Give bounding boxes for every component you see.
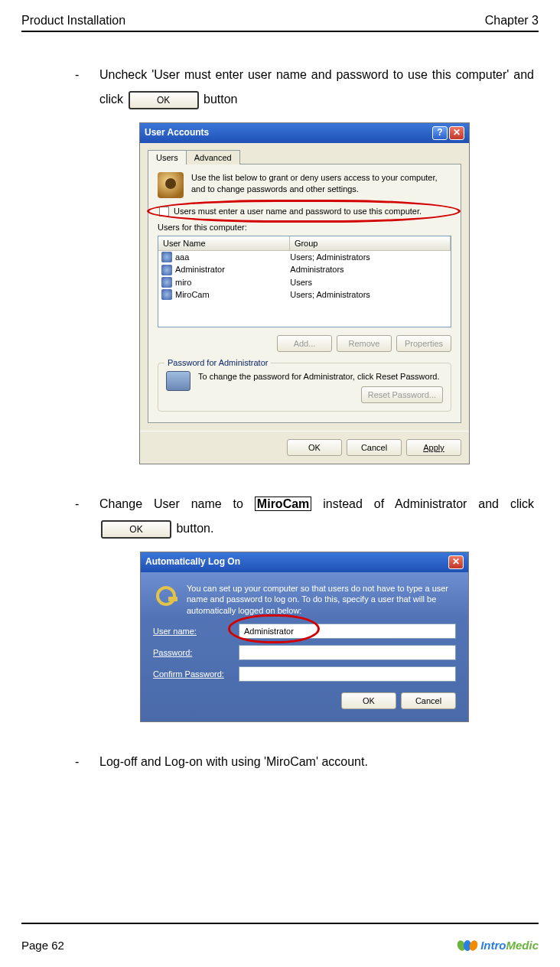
instruction-2-mid: instead of Administrator and click — [323, 497, 534, 510]
username-label: User name: — [153, 626, 239, 637]
computer-icon — [166, 371, 190, 391]
add-button[interactable]: Add... — [277, 335, 332, 352]
ok-button[interactable]: OK — [341, 692, 396, 709]
auto-logon-dialog: Automatically Log On ✕ You can set up yo… — [140, 552, 469, 722]
password-text: To change the password for Administrator… — [198, 371, 443, 382]
auto-logon-intro: You can set up your computer so that use… — [187, 583, 456, 616]
dialog-title: User Accounts — [145, 127, 209, 139]
dialog-titlebar: User Accounts ? ✕ — [140, 123, 469, 143]
instruction-2-pre: Change User name to — [99, 497, 255, 510]
user-icon — [161, 277, 172, 288]
instruction-2: - Change User name to MiroCam instead of… — [75, 492, 534, 541]
password-label: Password: — [153, 647, 239, 658]
users-listbox[interactable]: User Name Group aaa Users; Administrator… — [158, 236, 451, 327]
password-groupbox: Password for Administrator To change the… — [158, 363, 451, 412]
cancel-button[interactable]: Cancel — [347, 439, 402, 456]
ok-button[interactable]: OK — [287, 439, 342, 456]
dialog-title: Automatically Log On — [145, 556, 240, 568]
table-row[interactable]: Administrator Administrators — [158, 263, 451, 275]
help-button[interactable]: ? — [432, 126, 448, 140]
close-button[interactable]: ✕ — [449, 126, 464, 140]
header-rule — [21, 31, 539, 32]
user-icon — [161, 265, 172, 275]
page-number: Page 62 — [21, 939, 64, 952]
reset-password-button[interactable]: Reset Password... — [361, 386, 443, 403]
password-legend: Password for Administrator — [164, 357, 271, 368]
ok-button-inline-2: OK — [101, 520, 171, 539]
footer-rule — [21, 923, 539, 924]
instruction-1-post: button — [203, 93, 237, 106]
col-username[interactable]: User Name — [158, 236, 290, 250]
username-input[interactable]: Administrator — [239, 624, 456, 639]
instruction-1: - Uncheck 'User must enter user name and… — [75, 63, 534, 112]
instruction-3: - Log-off and Log-on with using 'MiroCam… — [75, 750, 534, 774]
confirm-password-input[interactable] — [239, 666, 456, 682]
key-icon — [153, 583, 179, 609]
user-icon — [161, 252, 172, 262]
checkbox[interactable] — [159, 207, 169, 217]
instruction-3-text: Log-off and Log-on with using 'MiroCam' … — [99, 750, 534, 774]
user-accounts-dialog: User Accounts ? ✕ Users Advanced Use — [139, 122, 470, 464]
list-caption: Users for this computer: — [158, 222, 451, 233]
must-enter-checkbox-row[interactable]: Users must enter a user name and passwor… — [158, 206, 451, 217]
table-row[interactable]: MiroCam Users; Administrators — [158, 288, 451, 301]
remove-button[interactable]: Remove — [337, 335, 392, 352]
ok-button-inline-1: OK — [129, 91, 199, 109]
confirm-password-label: Confirm Password: — [153, 669, 239, 679]
tab-users[interactable]: Users — [148, 150, 187, 164]
users-icon — [158, 172, 184, 198]
instruction-2-post: button. — [176, 522, 213, 535]
tab-advanced[interactable]: Advanced — [186, 150, 240, 164]
table-row[interactable]: miro Users — [158, 276, 451, 288]
intromedic-logo: IntroMedic — [457, 939, 539, 952]
cancel-button[interactable]: Cancel — [401, 692, 456, 709]
close-button[interactable]: ✕ — [448, 555, 464, 569]
col-group[interactable]: Group — [290, 236, 451, 250]
table-row[interactable]: aaa Users; Administrators — [158, 251, 451, 263]
checkbox-label: Users must enter a user name and passwor… — [174, 206, 422, 217]
properties-button[interactable]: Properties — [396, 335, 451, 352]
mirocam-box: MiroCam — [255, 497, 311, 511]
header-right: Chapter 3 — [485, 14, 539, 28]
dialog-titlebar: Automatically Log On ✕ — [141, 552, 468, 572]
apply-button[interactable]: Apply — [406, 439, 461, 456]
header-left: Product Installation — [21, 14, 125, 28]
user-icon — [161, 289, 172, 300]
password-input[interactable] — [239, 645, 456, 660]
intro-text: Use the list below to grant or deny user… — [191, 172, 451, 198]
